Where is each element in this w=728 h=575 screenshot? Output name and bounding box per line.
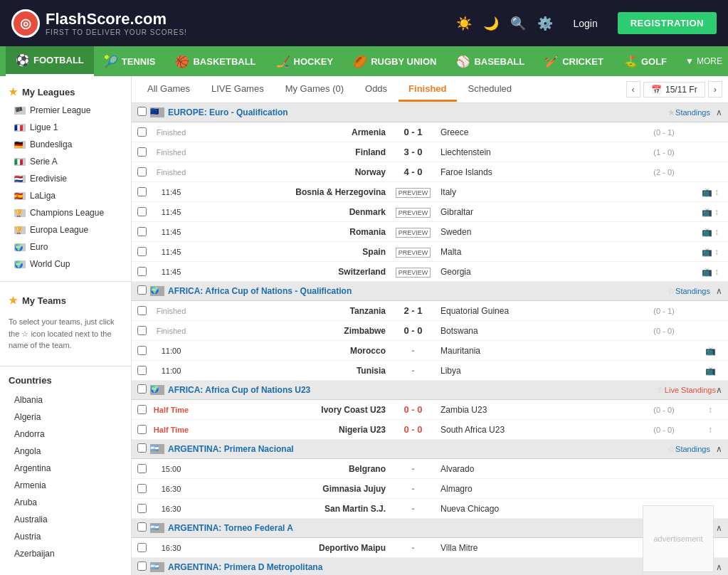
- match-score[interactable]: -: [390, 542, 436, 553]
- section-checkbox[interactable]: [137, 522, 147, 532]
- section-checkbox[interactable]: [137, 561, 147, 571]
- stats-icon[interactable]: ↕: [708, 425, 712, 435]
- match-home[interactable]: Romania: [191, 227, 390, 237]
- match-score[interactable]: PREVIEW: [390, 186, 436, 198]
- sidebar-item-serie-a[interactable]: 🇮🇹 Serie A: [0, 153, 131, 170]
- tv-icon[interactable]: 📺: [702, 267, 712, 277]
- match-score[interactable]: -: [390, 463, 436, 474]
- section-toggle-arg[interactable]: ∧: [716, 444, 722, 454]
- match-home[interactable]: Armenia: [191, 127, 390, 137]
- section-star-africa-u23[interactable]: ☆: [657, 385, 665, 395]
- country-austria[interactable]: Austria: [0, 528, 131, 545]
- stats-icon[interactable]: ↕: [714, 187, 719, 197]
- match-home[interactable]: Finland: [191, 147, 390, 157]
- section-toggle-euro-qual[interactable]: ∧: [716, 107, 722, 117]
- sidebar-item-world-cup[interactable]: 🌍 World Cup: [0, 255, 131, 273]
- match-checkbox[interactable]: [137, 425, 147, 434]
- match-away[interactable]: Sweden: [436, 227, 635, 237]
- match-score[interactable]: PREVIEW: [390, 266, 436, 278]
- match-checkbox[interactable]: [137, 167, 147, 176]
- match-home[interactable]: Bosnia & Herzegovina: [191, 187, 390, 197]
- match-home[interactable]: Zimbabwe: [191, 326, 390, 336]
- tab-odds[interactable]: Odds: [355, 78, 397, 102]
- match-home[interactable]: Tunisia: [191, 366, 390, 376]
- match-score[interactable]: 0 - 0: [390, 325, 436, 336]
- match-checkbox[interactable]: [137, 504, 147, 513]
- match-home[interactable]: Norway: [191, 167, 390, 177]
- stats-icon[interactable]: ↕: [714, 207, 719, 217]
- match-away[interactable]: Nueva Chicago: [436, 504, 635, 514]
- section-title-euro-qual[interactable]: EUROPE: Euro - Qualification: [168, 107, 664, 117]
- section-toggle-africa[interactable]: ∧: [716, 286, 722, 296]
- section-live-standings[interactable]: Live Standings: [665, 386, 716, 394]
- match-checkbox[interactable]: [137, 267, 147, 276]
- preview-button[interactable]: PREVIEW: [396, 228, 431, 238]
- match-score[interactable]: 0 - 1: [390, 127, 436, 137]
- sidebar-item-champions-league[interactable]: 🏆 Champions League: [0, 204, 131, 221]
- tv-icon[interactable]: 📺: [705, 346, 716, 356]
- match-score[interactable]: 3 - 0: [390, 147, 436, 157]
- match-home[interactable]: Denmark: [191, 207, 390, 217]
- nav-item-tennis[interactable]: 🎾 TENNIS: [94, 46, 166, 76]
- dark-mode-icon[interactable]: 🌙: [483, 16, 499, 31]
- match-score[interactable]: PREVIEW: [390, 226, 436, 238]
- section-standings-arg[interactable]: Standings: [675, 445, 710, 453]
- country-argentina[interactable]: Argentina: [0, 460, 131, 477]
- settings-icon[interactable]: ⚙️: [537, 16, 553, 31]
- section-star-euro-qual[interactable]: ★: [668, 107, 675, 117]
- match-checkbox[interactable]: [137, 187, 147, 196]
- section-star-arg[interactable]: ☆: [668, 444, 675, 454]
- sidebar-item-bundesliga[interactable]: 🇩🇪 Bundesliga: [0, 136, 131, 153]
- section-checkbox[interactable]: [137, 384, 147, 394]
- nav-item-golf[interactable]: ⛳ GOLF: [613, 46, 677, 76]
- match-away[interactable]: Greece: [436, 127, 635, 137]
- match-away[interactable]: Equatorial Guinea: [436, 306, 635, 316]
- preview-button[interactable]: PREVIEW: [396, 188, 431, 198]
- match-away[interactable]: Italy: [436, 187, 635, 197]
- sidebar-item-premier-league[interactable]: 🏴 Premier League: [0, 102, 131, 119]
- tv-icon[interactable]: 📺: [702, 247, 712, 257]
- match-away[interactable]: Libya: [436, 366, 635, 376]
- tab-scheduled[interactable]: Scheduled: [458, 78, 522, 102]
- nav-item-baseball[interactable]: ⚾ BASEBALL: [446, 46, 534, 76]
- date-next-button[interactable]: ›: [708, 81, 722, 97]
- section-title-africa-qual[interactable]: AFRICA: Africa Cup of Nations - Qualific…: [168, 286, 664, 296]
- match-away[interactable]: Botswana: [436, 326, 635, 336]
- section-title-arg-primera[interactable]: ARGENTINA: Primera Nacional: [168, 444, 664, 454]
- match-home[interactable]: Spain: [191, 247, 390, 257]
- tv-icon[interactable]: 📺: [702, 187, 712, 197]
- search-icon[interactable]: 🔍: [510, 16, 526, 31]
- match-home[interactable]: Nigeria U23: [191, 425, 390, 435]
- stats-icon[interactable]: ↕: [714, 247, 719, 257]
- sidebar-item-laliga[interactable]: 🇪🇸 LaLiga: [0, 187, 131, 204]
- tv-icon[interactable]: 📺: [702, 207, 712, 217]
- sidebar-item-eredivisie[interactable]: 🇳🇱 Eredivisie: [0, 170, 131, 187]
- match-checkbox[interactable]: [137, 247, 147, 256]
- match-home[interactable]: Tanzania: [191, 306, 390, 316]
- section-title-arg-primera-d[interactable]: ARGENTINA: Primera D Metropolitana: [168, 562, 664, 572]
- match-checkbox[interactable]: [137, 207, 147, 216]
- country-angola[interactable]: Angola: [0, 443, 131, 460]
- match-checkbox[interactable]: [137, 543, 147, 552]
- nav-item-rugby[interactable]: 🏉 RUGBY UNION: [343, 46, 446, 76]
- match-away[interactable]: Malta: [436, 247, 635, 257]
- match-score[interactable]: -: [390, 365, 436, 376]
- stats-icon[interactable]: ↕: [714, 227, 719, 237]
- tab-live-games[interactable]: LIVE Games: [201, 78, 274, 102]
- preview-button[interactable]: PREVIEW: [396, 248, 431, 258]
- nav-more[interactable]: ▼ MORE: [677, 56, 728, 66]
- match-checkbox[interactable]: [137, 366, 147, 375]
- register-button[interactable]: REGISTRATION: [618, 12, 717, 34]
- stats-icon[interactable]: ↕: [714, 267, 719, 277]
- tv-icon[interactable]: 📺: [705, 366, 716, 376]
- match-score[interactable]: PREVIEW: [390, 206, 436, 218]
- match-home[interactable]: Belgrano: [191, 464, 390, 474]
- country-australia[interactable]: Australia: [0, 511, 131, 528]
- match-away[interactable]: Mauritania: [436, 346, 635, 356]
- match-checkbox[interactable]: [137, 326, 147, 335]
- match-home[interactable]: Switzerland: [191, 267, 390, 277]
- login-button[interactable]: Login: [564, 14, 606, 33]
- match-home[interactable]: Deportivo Maipu: [191, 543, 390, 553]
- match-checkbox[interactable]: [137, 147, 147, 157]
- light-mode-icon[interactable]: ☀️: [456, 16, 472, 31]
